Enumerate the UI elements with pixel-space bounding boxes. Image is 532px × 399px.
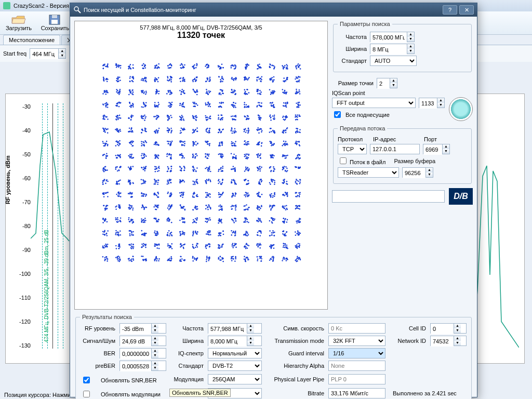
netid-value[interactable]: ▲▼ xyxy=(430,336,467,346)
svg-point-688 xyxy=(205,102,206,104)
up-icon[interactable]: ▲ xyxy=(407,44,414,49)
svg-point-1591 xyxy=(157,170,158,172)
bufsize-input[interactable] xyxy=(403,168,425,178)
down-icon[interactable]: ▼ xyxy=(407,49,414,54)
svg-point-1576 xyxy=(130,168,131,170)
rwidth-value[interactable]: ▲▼ xyxy=(208,336,262,346)
ip-input[interactable] xyxy=(370,144,420,154)
stream-to-file-label: Поток в файл xyxy=(350,159,385,165)
svg-point-19 xyxy=(120,67,122,69)
up-icon[interactable]: ▲ xyxy=(390,78,397,83)
svg-point-2562 xyxy=(167,232,169,234)
iqscan-num-input[interactable] xyxy=(419,98,437,109)
rflevel-value[interactable]: ▲▼ xyxy=(119,323,166,334)
svg-point-2645 xyxy=(259,235,261,237)
standard-select[interactable]: AUTO xyxy=(370,56,417,66)
svg-point-1098 xyxy=(246,130,248,131)
svg-point-1118 xyxy=(257,130,259,131)
startfreq-input[interactable] xyxy=(30,49,58,59)
up-icon[interactable]: ▲ xyxy=(425,168,433,172)
rfreq-value[interactable]: ▲▼ xyxy=(208,323,262,334)
tab-location[interactable]: Местоположение xyxy=(3,35,60,45)
preber-value[interactable]: ▲▼ xyxy=(119,361,166,371)
down-icon[interactable]: ▼ xyxy=(425,172,433,177)
up-icon[interactable]: ▲ xyxy=(58,49,65,54)
svg-point-730 xyxy=(258,102,259,103)
svg-point-2279 xyxy=(273,205,275,207)
down-icon[interactable]: ▼ xyxy=(58,54,65,58)
svg-point-840 xyxy=(167,117,169,118)
startfreq-spinner[interactable]: ▲▼ xyxy=(30,48,66,59)
port-spinner[interactable]: ▲▼ xyxy=(423,144,450,154)
svg-point-1650 xyxy=(219,169,220,170)
proto-select[interactable]: TCP xyxy=(338,144,367,154)
help-button[interactable]: ? xyxy=(443,5,457,15)
all-subcarriers-checkbox[interactable] xyxy=(334,111,341,118)
svg-point-139 xyxy=(248,64,249,66)
down-icon[interactable]: ▼ xyxy=(390,83,397,88)
ber-value[interactable]: ▲▼ xyxy=(119,348,166,358)
iqscan-num-spinner[interactable]: ▲▼ xyxy=(419,98,445,108)
stream-to-file-checkbox[interactable] xyxy=(340,157,347,164)
svg-point-2875 xyxy=(296,244,298,246)
svg-point-1665 xyxy=(234,167,236,169)
width-spinner[interactable]: ▲▼ xyxy=(370,44,415,54)
rstd-value[interactable]: DVB-T2 xyxy=(208,361,262,371)
close-button[interactable]: ✕ xyxy=(459,5,474,15)
svg-point-2793 xyxy=(206,248,207,249)
pointsize-input[interactable] xyxy=(377,78,390,89)
svg-point-501 xyxy=(222,92,223,94)
svg-point-1875 xyxy=(248,180,249,182)
down-icon[interactable]: ▼ xyxy=(437,103,444,108)
svg-point-650 xyxy=(171,102,173,103)
svg-point-2749 xyxy=(158,248,160,249)
svg-point-1099 xyxy=(244,131,245,132)
svg-point-1380 xyxy=(130,157,132,159)
svg-point-121 xyxy=(220,66,221,68)
reader-select[interactable]: TSReader xyxy=(338,167,399,178)
up-icon[interactable]: ▲ xyxy=(407,32,414,37)
snr-value[interactable]: ▲▼ xyxy=(119,336,166,346)
svg-point-2794 xyxy=(207,245,208,246)
port-input[interactable] xyxy=(423,144,442,155)
dialog-titlebar[interactable]: Поиск несущей и Constellation-мониторинг… xyxy=(70,3,477,17)
svg-point-1737 xyxy=(102,182,104,183)
constellation-plot[interactable]: 577,988 МГц, 8,000 МГц, DVB-T2/256QAM, 3… xyxy=(74,21,328,310)
refresh-snrber-checkbox[interactable] xyxy=(83,377,90,383)
mod-value[interactable]: 256QAM xyxy=(208,374,262,384)
load-button[interactable]: Загрузить xyxy=(3,15,34,31)
svg-point-2656 xyxy=(259,230,260,232)
svg-point-687 xyxy=(205,104,207,106)
svg-point-2901 xyxy=(118,258,120,260)
down-icon[interactable]: ▼ xyxy=(442,149,449,154)
svg-point-819 xyxy=(145,116,147,118)
svg-point-1763 xyxy=(132,182,134,183)
width-input[interactable] xyxy=(370,44,407,55)
bufsize-spinner[interactable]: ▲▼ xyxy=(402,167,433,178)
svg-point-1481 xyxy=(245,154,247,155)
cellid-value[interactable]: ▲▼ xyxy=(430,323,467,334)
svg-point-1080 xyxy=(219,129,220,131)
svg-point-3060 xyxy=(284,259,286,260)
guard-value[interactable]: 1/16 xyxy=(328,348,385,358)
freq-spinner[interactable]: ▲▼ xyxy=(370,32,415,42)
refresh-mod-checkbox[interactable] xyxy=(83,391,90,397)
svg-point-2863 xyxy=(287,248,288,249)
freq-input[interactable] xyxy=(370,32,407,43)
svg-point-3059 xyxy=(283,258,284,260)
down-icon[interactable]: ▼ xyxy=(407,37,414,42)
svg-point-423 xyxy=(132,89,134,91)
iqspec-value[interactable]: Нормальный xyxy=(208,348,262,358)
txmode-value[interactable]: 32K FFT xyxy=(328,336,385,346)
save-button[interactable]: Сохранить xyxy=(39,15,71,31)
iqscan-select[interactable]: FFT output xyxy=(332,98,416,108)
up-icon[interactable]: ▲ xyxy=(442,144,449,149)
svg-point-183 xyxy=(286,67,287,69)
svg-point-3064 xyxy=(287,259,288,260)
svg-point-1184 xyxy=(131,140,133,142)
pointsize-spinner[interactable]: ▲▼ xyxy=(377,78,397,88)
svg-point-1612 xyxy=(170,166,172,167)
up-icon[interactable]: ▲ xyxy=(437,98,444,103)
svg-point-2595 xyxy=(196,233,197,235)
svg-point-1266 xyxy=(219,143,221,145)
